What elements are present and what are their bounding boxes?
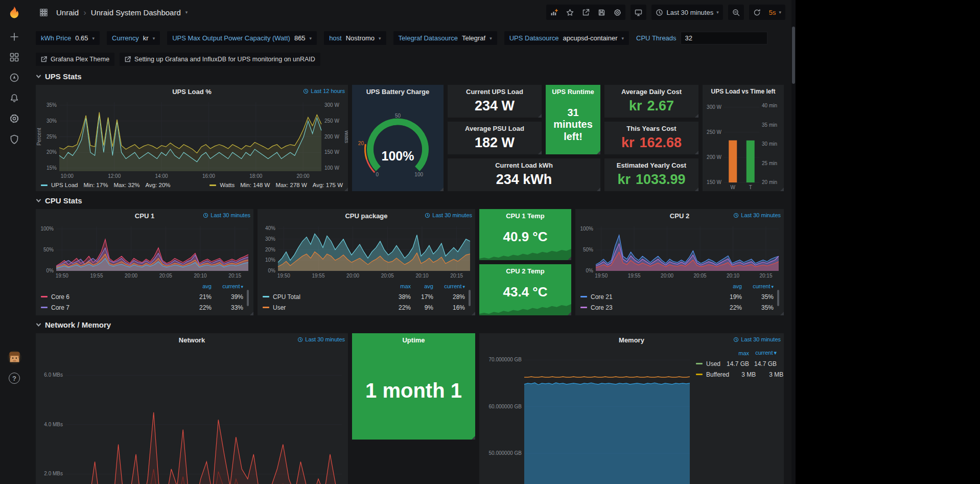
user-avatar[interactable] — [8, 351, 21, 364]
panel-title[interactable]: Uptime — [402, 336, 425, 344]
svg-text:50%: 50% — [583, 247, 593, 252]
dashboards-icon — [9, 52, 19, 62]
share-icon — [582, 9, 590, 16]
variables-row: kWh Price 0.65 ▾ Currency kr ▾ UPS Max O… — [36, 29, 784, 48]
panel-title[interactable]: CPU 2 Temp — [506, 267, 545, 275]
caret-down-icon[interactable]: ▾ — [185, 10, 188, 15]
sidebar-item-server-admin[interactable] — [0, 129, 29, 149]
external-link-icon — [41, 56, 47, 62]
cpu2-chart[interactable]: 19:5019:5520:0020:0520:1020:15100%50%0% — [575, 222, 784, 280]
ups-load-chart[interactable]: 10:0012:0014:0016:0018:0020:0035%30%25%2… — [36, 98, 348, 180]
panel-title[interactable]: Current Load kWh — [495, 162, 553, 169]
panel-title[interactable]: CPU 2 — [670, 212, 689, 220]
legend-scrollbar[interactable] — [469, 290, 471, 306]
cycle-view-button[interactable] — [631, 5, 646, 20]
panel-title[interactable]: Memory — [619, 336, 644, 344]
svg-text:250 W: 250 W — [324, 118, 339, 124]
ups-row: UPS Load % Last 12 hours 10:0012:0014:00… — [36, 85, 784, 191]
cpu-threads-input[interactable] — [681, 32, 767, 44]
battery-gauge[interactable]: 01005020100% — [352, 98, 444, 191]
cpu-package-legend: max avg current▾ CPU Total 38% 17% 28% — [263, 281, 471, 314]
help-icon[interactable]: ? — [9, 373, 20, 384]
variable-currency[interactable]: Currency kr ▾ — [107, 31, 160, 45]
link-grafana-plex-theme[interactable]: Grafana Plex Theme — [36, 53, 114, 66]
panel-title[interactable]: CPU 1 Temp — [506, 212, 545, 220]
svg-text:60.000000 GB: 60.000000 GB — [489, 404, 522, 409]
panel-time-override[interactable]: Last 30 minutes — [297, 336, 345, 342]
page-scrollbar[interactable] — [791, 0, 796, 484]
legend-scrollbar[interactable] — [247, 290, 249, 306]
panel-time-override[interactable]: Last 30 minutes — [733, 212, 781, 218]
link-ups-monitoring-guide[interactable]: Setting up Grafana and InfluxDB for UPS … — [120, 53, 320, 66]
time-range-picker[interactable]: Last 30 minutes ▾ — [651, 5, 722, 20]
cpu1-chart[interactable]: 19:5019:5520:0020:0520:1020:15100%50%0% — [36, 222, 253, 280]
panel-title[interactable]: UPS Runtime — [552, 88, 594, 96]
sidebar-item-dashboards[interactable] — [0, 47, 29, 67]
variable-host[interactable]: host Nostromo ▾ — [324, 31, 386, 45]
star-dashboard-button[interactable] — [562, 5, 578, 20]
variable-ups-max-output[interactable]: UPS Max Output Power Capacity (Watt) 865… — [167, 31, 317, 45]
svg-text:0%: 0% — [46, 268, 54, 273]
svg-text:4.0 MBs: 4.0 MBs — [44, 422, 63, 427]
dashboard-picker-button[interactable] — [36, 5, 52, 20]
legend-series-watts[interactable]: Watts Min: 148 W Max: 278 W Avg: 175 W — [209, 182, 343, 188]
panel-title[interactable]: This Years Cost — [626, 125, 676, 132]
legend-series-ups-load[interactable]: UPS Load Min: 17% Max: 32% Avg: 20% — [41, 182, 171, 188]
panel-time-override[interactable]: Last 30 minutes — [733, 336, 781, 342]
ups-bar-chart[interactable]: 300 W250 W200 W150 W40 min35 min30 min25… — [703, 98, 784, 191]
legend-row: User 22% 9% 16% — [263, 302, 471, 313]
clock-icon — [297, 337, 303, 342]
legend-row: Buffered 3 MB 3 MB — [696, 369, 777, 380]
panel-title[interactable]: UPS Load % — [172, 88, 212, 96]
breadcrumb-separator-icon: › — [83, 8, 86, 17]
svg-text:20:05: 20:05 — [694, 273, 707, 279]
share-dashboard-button[interactable] — [578, 5, 594, 20]
legend-scrollbar[interactable] — [777, 290, 779, 306]
panel-title[interactable]: CPU 1 — [135, 212, 154, 220]
svg-text:200 W: 200 W — [324, 134, 339, 140]
section-network-memory[interactable]: Network / Memory — [36, 320, 784, 329]
refresh-interval-picker[interactable]: 5s ▾ — [765, 5, 785, 20]
network-chart[interactable]: 6.0 MBs4.0 MBs2.0 MBs — [36, 347, 348, 484]
sidebar-item-configuration[interactable] — [0, 108, 29, 129]
section-cpu-stats[interactable]: CPU Stats — [36, 196, 784, 205]
panel-title[interactable]: Current UPS Load — [466, 88, 523, 96]
panel-time-override[interactable]: Last 12 hours — [303, 88, 345, 94]
refresh-button[interactable] — [749, 5, 765, 20]
grafana-logo[interactable] — [0, 0, 29, 27]
panel-title[interactable]: Average Daily Cost — [621, 88, 682, 96]
page-title[interactable]: Unraid System Dashboard — [91, 8, 181, 17]
panel-title[interactable]: Estimated Yearly Cost — [617, 162, 686, 169]
panel-time-override[interactable]: Last 30 minutes — [425, 212, 472, 218]
variable-telegraf-datasource[interactable]: Telegraf Datasource Telegraf ▾ — [393, 31, 497, 45]
dashboard-settings-button[interactable] — [610, 5, 625, 20]
save-dashboard-button[interactable] — [594, 5, 610, 20]
sidebar-item-explore[interactable] — [0, 67, 29, 88]
cpu-package-chart[interactable]: 19:5019:5520:0020:0520:1020:1540%30%20%1… — [258, 222, 475, 280]
variable-kwh-price[interactable]: kWh Price 0.65 ▾ — [36, 31, 100, 45]
zoom-out-time-button[interactable] — [728, 5, 744, 20]
sidebar-item-create[interactable] — [0, 27, 29, 47]
panel-time-override[interactable]: Last 30 minutes — [203, 212, 250, 218]
add-panel-button[interactable] — [546, 5, 562, 20]
page-scrollbar-thumb[interactable] — [792, 27, 795, 84]
stat-value: 182 W — [448, 135, 542, 155]
variable-ups-datasource[interactable]: UPS Datasource apcupsd-container ▾ — [504, 31, 629, 45]
svg-text:25 min: 25 min — [762, 160, 777, 166]
panel-title[interactable]: UPS Load vs Time left — [711, 88, 776, 95]
section-ups-stats[interactable]: UPS Stats — [36, 72, 784, 81]
panel-ups-battery-charge: UPS Battery Charge 01005020100% — [352, 85, 444, 191]
panel-title[interactable]: CPU package — [345, 212, 387, 220]
panel-title[interactable]: UPS Battery Charge — [366, 88, 430, 96]
sidebar-item-alerting[interactable] — [0, 88, 29, 108]
memory-chart[interactable]: 70.000000 GB60.000000 GB50.000000 GB — [479, 347, 696, 484]
svg-text:100%: 100% — [40, 226, 54, 232]
panel-title[interactable]: Network — [179, 336, 205, 344]
svg-text:100 W: 100 W — [324, 165, 339, 171]
breadcrumb-org[interactable]: Unraid — [56, 8, 79, 17]
panel-title[interactable]: Average PSU Load — [465, 125, 524, 132]
legend-row: CPU Total 38% 17% 28% — [263, 291, 471, 302]
panel-cpu1: CPU 1 Last 30 minutes 19:5019:5520:0020:… — [36, 209, 253, 315]
svg-text:Percent: Percent — [36, 128, 42, 146]
grafana-app: ? Unraid › Unraid System Dashboard ▾ — [0, 0, 796, 484]
